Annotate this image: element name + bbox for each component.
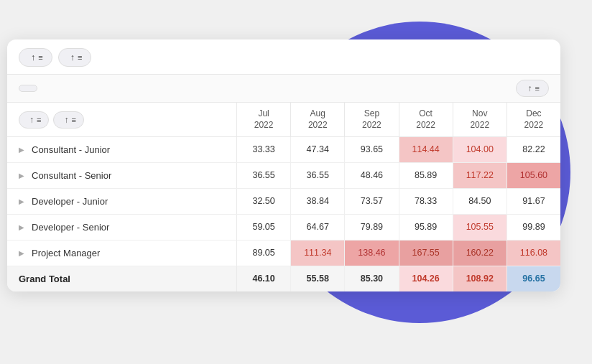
grand-total-label: Grand Total	[7, 266, 237, 291]
expand-icon[interactable]: ▶	[19, 172, 24, 179]
table-row[interactable]: ▶Developer - Junior32.5038.8473.5778.338…	[7, 189, 560, 215]
row-name: Project Manager	[32, 248, 100, 258]
cell-0-2: 93.65	[345, 137, 399, 162]
cell-4-3: 167.55	[399, 241, 453, 266]
cell-3-0: 59.05	[237, 215, 291, 240]
resource-name-filter-icon: ≡	[71, 116, 75, 124]
expand-icon[interactable]: ▶	[19, 249, 24, 257]
cell-2-3: 78.33	[399, 189, 453, 214]
cell-0-3: 114.44	[399, 137, 453, 162]
cell-3-2: 79.89	[345, 215, 399, 240]
cells-row-0: 33.3347.3493.65114.44104.0082.22	[237, 137, 560, 162]
table-row[interactable]: ▶Consultant - Junior33.3347.3493.65114.4…	[7, 137, 560, 163]
cell-2-2: 73.57	[345, 189, 399, 214]
month-header-5: Dec 2022	[507, 103, 560, 136]
cell-4-2: 138.46	[345, 241, 399, 266]
cell-1-3: 85.89	[399, 163, 453, 188]
cell-0-4: 104.00	[453, 137, 507, 162]
date-filter-icon: ≡	[535, 84, 540, 93]
row-name: Consultant - Senior	[32, 170, 111, 181]
cell-3-3: 95.89	[399, 215, 453, 240]
grand-total-cell-5: 96.65	[507, 266, 560, 291]
cell-2-0: 32.50	[237, 189, 291, 214]
cell-4-4: 160.22	[453, 241, 507, 266]
table-row[interactable]: ▶Project Manager89.05111.34138.46167.551…	[7, 241, 560, 266]
primary-role-sort: ↑	[29, 115, 34, 125]
cells-row-1: 36.5536.5548.4685.89117.22105.60	[237, 163, 560, 188]
month-header-3: Oct 2022	[399, 103, 453, 136]
cell-2-1: 38.84	[291, 189, 345, 214]
resource-type-filter[interactable]: ↑ ≡	[58, 48, 92, 67]
row-label-0: ▶Consultant - Junior	[7, 137, 237, 162]
date-sort-icon: ↑	[528, 83, 532, 93]
cell-0-5: 82.22	[507, 137, 560, 162]
primary-role-filter[interactable]: ↑ ≡	[19, 111, 49, 129]
cell-1-4: 117.22	[453, 163, 507, 188]
month-header-2: Sep 2022	[345, 103, 399, 136]
row-name: Developer - Senior	[32, 222, 109, 233]
cell-4-0: 89.05	[237, 241, 291, 266]
subheader-row: ↑ ≡	[7, 75, 560, 103]
cell-1-0: 36.55	[237, 163, 291, 188]
resource-type-sort-icon: ↑	[70, 52, 75, 62]
cells-row-2: 32.5038.8473.5778.3384.5091.67	[237, 189, 560, 214]
cell-1-2: 48.46	[345, 163, 399, 188]
cell-0-1: 47.34	[291, 137, 345, 162]
rank-category-filter[interactable]: ↑ ≡	[19, 48, 52, 67]
cells-row-3: 59.0564.6779.8995.89105.5599.89	[237, 215, 560, 240]
grand-total-row: Grand Total46.1055.5885.30104.26108.9296…	[7, 266, 560, 291]
cell-0-0: 33.33	[237, 137, 291, 162]
cell-4-5: 116.08	[507, 241, 560, 266]
expand-icon[interactable]: ▶	[19, 197, 24, 205]
allocation-chip	[19, 85, 37, 92]
resource-type-filter-icon: ≡	[78, 53, 82, 62]
cell-3-5: 99.89	[507, 215, 560, 240]
cell-2-5: 91.67	[507, 189, 560, 214]
grand-total-cell-4: 108.92	[453, 266, 507, 291]
expand-icon[interactable]: ▶	[19, 223, 24, 231]
grand-total-cells: 46.1055.5885.30104.26108.9296.65	[237, 266, 560, 291]
table-row[interactable]: ▶Developer - Senior59.0564.6779.8995.891…	[7, 215, 560, 241]
main-card: ↑ ≡ ↑ ≡ ↑ ≡ ↑ ≡ ↑	[7, 39, 560, 291]
row-label-3: ▶Developer - Senior	[7, 215, 237, 240]
rank-filter-icon: ≡	[38, 53, 42, 62]
cell-3-4: 105.55	[453, 215, 507, 240]
resource-name-filter[interactable]: ↑ ≡	[53, 111, 83, 129]
filter-row: ↑ ≡ ↑ ≡	[7, 39, 560, 75]
month-header-4: Nov 2022	[453, 103, 507, 136]
row-name: Consultant - Junior	[32, 144, 110, 155]
row-label-4: ▶Project Manager	[7, 241, 237, 266]
table-area: ▶Consultant - Junior33.3347.3493.65114.4…	[7, 137, 560, 266]
resource-name-sort: ↑	[64, 115, 68, 125]
cell-3-1: 64.67	[291, 215, 345, 240]
grand-total-cell-3: 104.26	[399, 266, 453, 291]
row-name: Developer - Junior	[32, 196, 108, 207]
row-header-area: ↑ ≡ ↑ ≡	[7, 103, 237, 136]
grand-total-cell-0: 46.10	[237, 266, 291, 291]
months-row: Jul 2022Aug 2022Sep 2022Oct 2022Nov 2022…	[237, 103, 560, 136]
column-headers: ↑ ≡ ↑ ≡ Jul 2022Aug 2022Sep 2022Oct 2022…	[7, 103, 560, 137]
row-label-1: ▶Consultant - Senior	[7, 163, 237, 188]
row-label-2: ▶Developer - Junior	[7, 189, 237, 214]
month-header-1: Aug 2022	[291, 103, 345, 136]
grand-total-cell-1: 55.58	[291, 266, 345, 291]
cell-1-1: 36.55	[291, 163, 345, 188]
grand-total-cell-2: 85.30	[345, 266, 399, 291]
date-chip[interactable]: ↑ ≡	[516, 80, 549, 97]
cell-4-1: 111.34	[291, 241, 345, 266]
month-header-0: Jul 2022	[237, 103, 291, 136]
expand-icon[interactable]: ▶	[19, 146, 24, 154]
cell-1-5: 105.60	[507, 163, 560, 188]
primary-role-filter-icon: ≡	[37, 116, 41, 124]
cell-2-4: 84.50	[453, 189, 507, 214]
table-row[interactable]: ▶Consultant - Senior36.5536.5548.4685.89…	[7, 163, 560, 189]
cells-row-4: 89.05111.34138.46167.55160.22116.08	[237, 241, 560, 266]
rank-sort-icon: ↑	[31, 52, 35, 62]
